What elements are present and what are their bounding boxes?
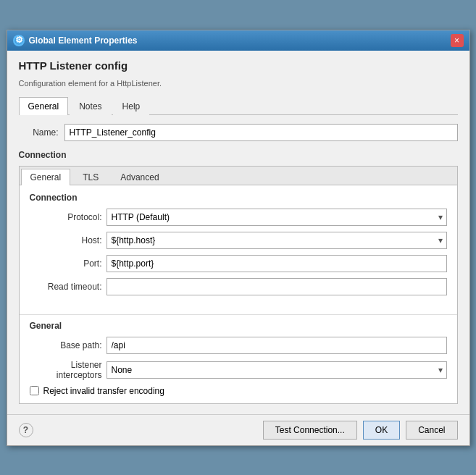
tab-help[interactable]: Help [113,97,150,115]
name-input[interactable] [64,124,458,141]
reject-encoding-checkbox[interactable] [30,386,39,395]
dialog-body: HTTP Listener config Configuration eleme… [7,51,469,413]
dialog: ⚙ Global Element Properties × HTTP Liste… [7,30,470,446]
general-section: General Base path: Listener interceptors… [20,314,457,403]
host-row: Host: ${http.host} [30,232,447,249]
host-select-wrapper: ${http.host} [107,232,447,249]
protocol-row: Protocol: HTTP (Default) HTTPS [30,209,447,226]
dialog-footer: ? Test Connection... OK Cancel [7,414,469,445]
inner-tab-general[interactable]: General [21,169,71,185]
inner-content: Connection Protocol: HTTP (Default) HTTP… [20,185,457,308]
title-bar: ⚙ Global Element Properties × [7,30,469,51]
general-inner-label: General [30,321,447,331]
title-bar-title: Global Element Properties [29,35,138,46]
read-timeout-row: Read timeout: [30,278,447,295]
checkbox-row: Reject invalid transfer encoding [30,386,447,396]
listener-interceptors-select[interactable]: None [107,361,447,379]
reject-encoding-label: Reject invalid transfer encoding [43,386,164,396]
connection-label: Connection [19,150,458,160]
title-bar-left: ⚙ Global Element Properties [13,35,138,46]
base-path-label: Base path: [30,340,102,350]
protocol-select-wrapper: HTTP (Default) HTTPS [107,209,447,226]
inner-connection-label: Connection [30,193,447,203]
ok-button[interactable]: OK [363,421,400,440]
port-label: Port: [30,258,102,269]
app-icon: ⚙ [13,35,25,46]
inner-tab-tls[interactable]: TLS [73,169,108,185]
name-label: Name: [19,127,59,138]
base-path-row: Base path: [30,337,447,354]
footer-left: ? [19,423,33,437]
read-timeout-input[interactable] [107,278,447,295]
listener-interceptors-select-wrapper: None [107,361,447,379]
port-row: Port: [30,255,447,272]
protocol-label: Protocol: [30,212,102,222]
protocol-select[interactable]: HTTP (Default) HTTPS [107,209,447,226]
svg-text:⚙: ⚙ [14,36,22,45]
footer-right: Test Connection... OK Cancel [263,421,458,440]
cancel-button[interactable]: Cancel [406,421,457,440]
inner-tab-bar: General TLS Advanced [20,167,457,185]
listener-interceptors-row: Listener interceptors None [30,360,447,380]
read-timeout-label: Read timeout: [30,282,102,292]
listener-interceptors-label: Listener interceptors [30,360,102,380]
close-button[interactable]: × [451,34,464,47]
host-label: Host: [30,235,102,245]
dialog-heading: HTTP Listener config [19,59,458,72]
inner-panel: General TLS Advanced Connection Protocol… [19,166,458,404]
help-icon[interactable]: ? [19,423,33,437]
tab-notes[interactable]: Notes [70,97,111,115]
tab-general[interactable]: General [19,97,69,115]
name-row: Name: [19,124,458,141]
outer-tab-bar: General Notes Help [19,96,458,115]
dialog-subtitle: Configuration element for a HttpListener… [19,79,458,88]
inner-tab-advanced[interactable]: Advanced [111,169,168,185]
port-input[interactable] [107,255,447,272]
test-connection-button[interactable]: Test Connection... [263,421,357,440]
host-select[interactable]: ${http.host} [107,232,447,249]
base-path-input[interactable] [107,337,447,354]
